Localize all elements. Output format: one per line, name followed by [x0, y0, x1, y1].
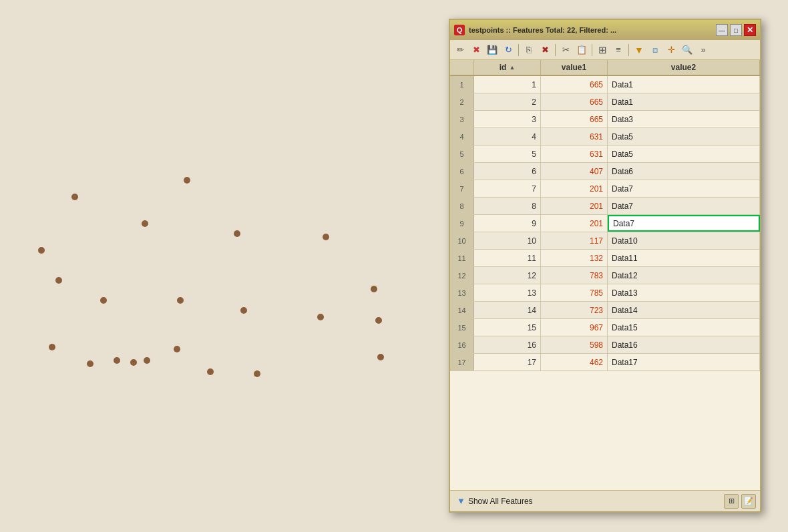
column-filter-icon[interactable]: ⧈: [648, 43, 662, 57]
map-point: [174, 346, 180, 352]
value1-cell[interactable]: 117: [541, 232, 608, 249]
value2-cell[interactable]: Data3: [608, 111, 760, 127]
value1-cell[interactable]: 407: [541, 163, 608, 180]
table-row[interactable]: 1717462Data17: [450, 354, 760, 371]
table-row[interactable]: 22665Data1: [450, 93, 760, 111]
id-cell[interactable]: 16: [474, 336, 541, 353]
value2-cell[interactable]: Data17: [608, 354, 760, 370]
table-row[interactable]: 55631Data5: [450, 146, 760, 163]
value2-cell[interactable]: Data14: [608, 302, 760, 318]
value1-cell[interactable]: 462: [541, 354, 608, 370]
value1-cell[interactable]: 201: [541, 215, 608, 232]
table-row[interactable]: 1414723Data14: [450, 302, 760, 319]
edit-icon[interactable]: ✏: [453, 43, 467, 57]
table-row[interactable]: 66407Data6: [450, 163, 760, 180]
id-cell[interactable]: 1: [474, 76, 541, 93]
copy-icon[interactable]: ⎘: [522, 43, 536, 57]
id-cell[interactable]: 3: [474, 111, 541, 127]
minimize-button[interactable]: —: [716, 24, 728, 36]
table-body[interactable]: 11665Data122665Data133665Data344631Data5…: [450, 76, 760, 490]
map-point: [371, 286, 377, 292]
value2-cell[interactable]: Data16: [608, 336, 760, 353]
value1-cell[interactable]: 665: [541, 76, 608, 93]
value2-cell[interactable]: Data7: [608, 215, 760, 232]
id-cell[interactable]: 11: [474, 250, 541, 266]
value2-column-header[interactable]: value2: [608, 60, 760, 75]
table-row[interactable]: 1515967Data15: [450, 319, 760, 336]
maximize-button[interactable]: □: [730, 24, 742, 36]
toggle-editing-icon[interactable]: ✖: [469, 43, 483, 57]
table-row[interactable]: 1616598Data16: [450, 336, 760, 354]
row-number: 15: [450, 319, 474, 336]
value1-cell[interactable]: 967: [541, 319, 608, 336]
value2-cell[interactable]: Data7: [608, 198, 760, 214]
value2-cell[interactable]: Data5: [608, 146, 760, 162]
id-cell[interactable]: 12: [474, 267, 541, 284]
value2-cell[interactable]: Data7: [608, 180, 760, 197]
id-cell[interactable]: 7: [474, 180, 541, 197]
more-icon[interactable]: »: [696, 43, 711, 57]
refresh-icon[interactable]: ↻: [501, 43, 516, 57]
value1-cell[interactable]: 783: [541, 267, 608, 284]
save-icon[interactable]: 💾: [485, 43, 500, 57]
bottom-form-icon[interactable]: 📝: [741, 494, 756, 509]
id-cell[interactable]: 17: [474, 354, 541, 370]
value1-cell[interactable]: 201: [541, 180, 608, 197]
id-cell[interactable]: 15: [474, 319, 541, 336]
value1-cell[interactable]: 785: [541, 284, 608, 301]
table-row[interactable]: 99201Data7: [450, 215, 760, 232]
value1-cell[interactable]: 201: [541, 198, 608, 214]
id-column-header[interactable]: id ▲: [474, 60, 541, 75]
id-cell[interactable]: 10: [474, 232, 541, 249]
table-row[interactable]: 1111132Data11: [450, 250, 760, 267]
table-view-icon[interactable]: ⊞: [595, 43, 610, 57]
value2-cell[interactable]: Data12: [608, 267, 760, 284]
value2-cell[interactable]: Data13: [608, 284, 760, 301]
value2-cell[interactable]: Data5: [608, 128, 760, 145]
value1-cell[interactable]: 665: [541, 93, 608, 110]
table-row[interactable]: 1010117Data10: [450, 232, 760, 250]
map-point: [240, 307, 247, 314]
value2-cell[interactable]: Data11: [608, 250, 760, 266]
value2-cell[interactable]: Data6: [608, 163, 760, 180]
paste-icon[interactable]: 📋: [574, 43, 589, 57]
row-number: 9: [450, 215, 474, 232]
table-row[interactable]: 33665Data3: [450, 111, 760, 128]
table-row[interactable]: 1313785Data13: [450, 284, 760, 302]
value1-column-header[interactable]: value1: [541, 60, 608, 75]
table-row[interactable]: 11665Data1: [450, 76, 760, 93]
table-row[interactable]: 88201Data7: [450, 198, 760, 215]
value2-cell[interactable]: Data1: [608, 93, 760, 110]
row-number: 8: [450, 198, 474, 214]
id-cell[interactable]: 9: [474, 215, 541, 232]
id-cell[interactable]: 4: [474, 128, 541, 145]
value1-cell[interactable]: 723: [541, 302, 608, 318]
value1-cell[interactable]: 665: [541, 111, 608, 127]
value1-cell[interactable]: 132: [541, 250, 608, 266]
value2-cell[interactable]: Data10: [608, 232, 760, 249]
table-row[interactable]: 44631Data5: [450, 128, 760, 146]
cut-icon[interactable]: ✂: [558, 43, 573, 57]
id-cell[interactable]: 6: [474, 163, 541, 180]
value1-cell[interactable]: 631: [541, 146, 608, 162]
table-row[interactable]: 77201Data7: [450, 180, 760, 198]
show-all-features-button[interactable]: ▼ Show All Features: [454, 495, 536, 507]
id-cell[interactable]: 14: [474, 302, 541, 318]
value2-cell[interactable]: Data15: [608, 319, 760, 336]
value1-cell[interactable]: 631: [541, 128, 608, 145]
filter-icon[interactable]: ▼: [632, 43, 646, 57]
map-point: [144, 357, 150, 364]
id-cell[interactable]: 5: [474, 146, 541, 162]
bottom-grid-icon[interactable]: ⊞: [724, 494, 739, 509]
search-icon[interactable]: 🔍: [680, 43, 695, 57]
value1-cell[interactable]: 598: [541, 336, 608, 353]
id-cell[interactable]: 8: [474, 198, 541, 214]
value2-cell[interactable]: Data1: [608, 76, 760, 93]
close-button[interactable]: ✕: [744, 24, 756, 36]
id-cell[interactable]: 2: [474, 93, 541, 110]
id-cell[interactable]: 13: [474, 284, 541, 301]
table-row[interactable]: 1212783Data12: [450, 267, 760, 284]
pan-to-selected-icon[interactable]: ✛: [664, 43, 678, 57]
form-view-icon[interactable]: ≡: [611, 43, 626, 57]
delete-icon[interactable]: ✖: [538, 43, 552, 57]
